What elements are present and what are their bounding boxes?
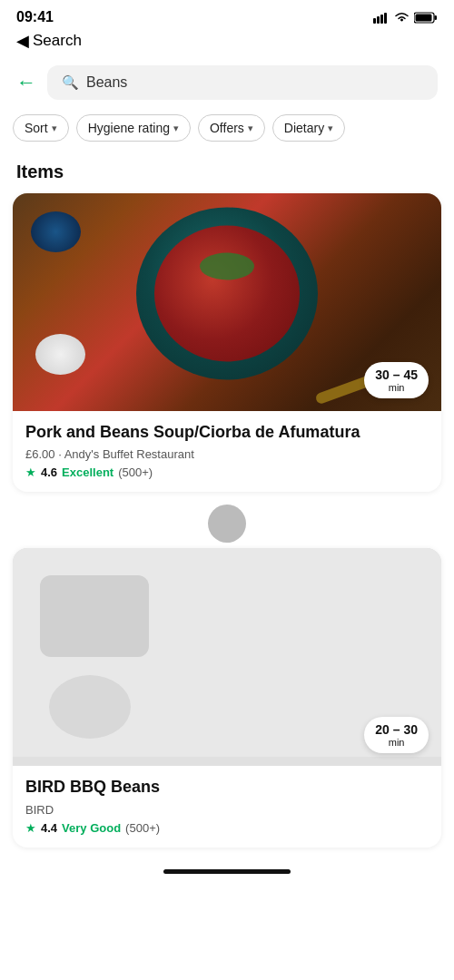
sort-dropdown-icon: ▾ [52,122,57,134]
status-icons [373,12,438,24]
star-icon-1: ★ [25,466,36,479]
filter-offers[interactable]: Offers ▾ [198,114,265,142]
filter-hygiene[interactable]: Hygiene rating ▾ [76,114,191,142]
nav-bar: ◀ Search [0,29,454,58]
time-unit-2: min [375,737,418,748]
svg-rect-0 [373,18,376,24]
home-bar [163,869,291,874]
hygiene-dropdown-icon: ▾ [173,122,179,134]
soup-garnish [200,253,254,280]
card-1-rating: ★ 4.6 Excellent (500+) [25,466,429,479]
back-chevron-icon: ◀ [16,31,29,51]
status-bar: 09:41 [0,0,454,29]
offers-dropdown-icon: ▾ [248,122,253,134]
card-1-title: Pork and Beans Soup/Ciorba de Afumatura [25,422,429,443]
placeholder-blob-2 [49,675,131,739]
rating-count-2: (500+) [125,821,160,835]
card-1-body: Pork and Beans Soup/Ciorba de Afumatura … [13,411,441,492]
soup-bowl [136,208,318,380]
items-heading: Items [0,152,454,193]
svg-rect-2 [380,15,383,24]
card-pork-beans[interactable]: 30 – 45 min Pork and Beans Soup/Ciorba d… [13,193,441,492]
time-range-1: 30 – 45 [375,368,418,382]
svg-rect-6 [416,14,432,21]
divider-dot [208,505,246,543]
rating-label-1: Excellent [62,466,114,479]
search-bar[interactable]: 🔍 Beans [47,65,438,100]
rating-score-2: 4.4 [41,821,57,835]
filter-sort[interactable]: Sort ▾ [13,114,69,142]
home-indicator [0,855,454,881]
filter-hygiene-label: Hygiene rating [88,121,170,135]
side-cream [35,334,85,375]
filter-dietary-label: Dietary [284,121,324,135]
search-query: Beans [86,74,127,91]
svg-rect-5 [435,15,438,20]
wifi-icon [394,12,410,24]
svg-rect-1 [377,16,380,24]
signal-icon [373,12,390,24]
card-2-title: BIRD BBQ Beans [25,777,429,798]
card-2-body: BIRD BBQ Beans BIRD ★ 4.4 Very Good (500… [13,766,441,847]
card-1-restaurant: Andy's Buffet Restaurant [64,447,194,461]
filter-row: Sort ▾ Hygiene rating ▾ Offers ▾ Dietary… [0,111,454,152]
search-icon: 🔍 [62,74,79,91]
filter-sort-label: Sort [25,121,48,135]
card-bird-bbq[interactable]: 20 – 30 min BIRD BBQ Beans BIRD ★ 4.4 Ve… [13,548,441,847]
side-bowl [31,211,81,252]
card-2-rating: ★ 4.4 Very Good (500+) [25,821,429,835]
svg-rect-3 [384,13,387,24]
card-1-price: £6.00 [25,447,55,461]
star-icon-2: ★ [25,821,36,835]
card-2-sub: BIRD [25,803,429,817]
card-1-image: 30 – 45 min [13,193,441,411]
back-button[interactable]: ◀ Search [16,31,82,51]
divider-container [0,499,454,548]
rating-score-1: 4.6 [41,466,57,479]
dietary-dropdown-icon: ▾ [328,122,333,134]
filter-dietary[interactable]: Dietary ▾ [272,114,345,142]
time-unit-1: min [375,382,418,393]
battery-icon [414,12,438,24]
green-back-icon[interactable]: ← [16,71,36,94]
rating-count-1: (500+) [118,466,153,479]
rating-label-2: Very Good [62,821,121,835]
search-bar-container: ← 🔍 Beans [0,58,454,111]
status-time: 09:41 [16,9,54,25]
card-1-sub: £6.00 · Andy's Buffet Restaurant [25,447,429,461]
card-2-restaurant: BIRD [25,803,54,817]
time-badge-1: 30 – 45 min [364,362,429,398]
back-label: Search [33,32,82,50]
card-2-image: 20 – 30 min [13,548,441,766]
time-badge-2: 20 – 30 min [364,717,429,753]
filter-offers-label: Offers [210,121,244,135]
soup-liquid [154,226,300,362]
placeholder-blob-1 [40,575,149,657]
time-range-2: 20 – 30 [375,722,418,737]
